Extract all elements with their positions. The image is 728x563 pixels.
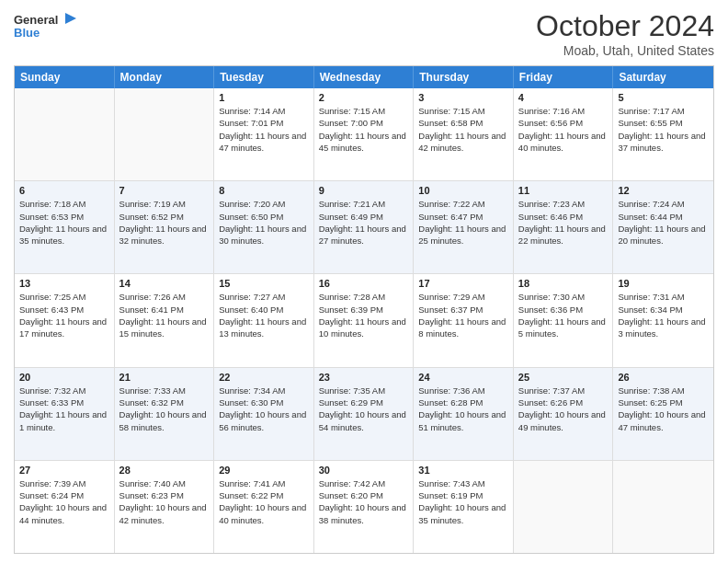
cell-info: Sunrise: 7:37 AM Sunset: 6:26 PM Dayligh… [518, 385, 609, 433]
cal-cell: 11Sunrise: 7:23 AM Sunset: 6:46 PM Dayli… [514, 181, 614, 273]
day-number: 19 [618, 278, 709, 289]
cal-cell: 9Sunrise: 7:21 AM Sunset: 6:49 PM Daylig… [314, 181, 415, 273]
subtitle: Moab, Utah, United States [536, 43, 714, 58]
day-number: 29 [219, 465, 309, 476]
day-number: 5 [618, 92, 709, 103]
day-number: 31 [418, 465, 508, 476]
cal-cell: 21Sunrise: 7:33 AM Sunset: 6:32 PM Dayli… [115, 368, 215, 460]
day-number: 7 [119, 185, 210, 196]
cell-info: Sunrise: 7:31 AM Sunset: 6:34 PM Dayligh… [618, 291, 709, 339]
month-title: October 2024 [536, 9, 714, 43]
day-number: 11 [518, 185, 609, 196]
day-number: 25 [518, 372, 609, 383]
day-number: 28 [119, 465, 210, 476]
cell-info: Sunrise: 7:35 AM Sunset: 6:29 PM Dayligh… [319, 385, 409, 433]
cal-cell: 4Sunrise: 7:16 AM Sunset: 6:56 PM Daylig… [514, 88, 614, 180]
cal-cell: 6Sunrise: 7:18 AM Sunset: 6:53 PM Daylig… [15, 181, 115, 273]
cell-info: Sunrise: 7:21 AM Sunset: 6:49 PM Dayligh… [319, 198, 409, 247]
svg-text:General: General [14, 13, 58, 27]
cell-info: Sunrise: 7:17 AM Sunset: 6:55 PM Dayligh… [618, 105, 709, 154]
cal-cell: 10Sunrise: 7:22 AM Sunset: 6:47 PM Dayli… [414, 181, 514, 273]
cal-header-day: Monday [115, 66, 215, 88]
day-number: 15 [219, 278, 309, 289]
cal-cell: 15Sunrise: 7:27 AM Sunset: 6:40 PM Dayli… [214, 274, 314, 366]
day-number: 6 [19, 185, 109, 196]
cell-info: Sunrise: 7:14 AM Sunset: 7:01 PM Dayligh… [219, 105, 309, 154]
cell-info: Sunrise: 7:27 AM Sunset: 6:40 PM Dayligh… [219, 291, 309, 339]
cal-cell: 24Sunrise: 7:36 AM Sunset: 6:28 PM Dayli… [414, 368, 514, 460]
day-number: 4 [518, 92, 609, 103]
day-number: 10 [418, 185, 508, 196]
cal-cell: 20Sunrise: 7:32 AM Sunset: 6:33 PM Dayli… [15, 368, 115, 460]
day-number: 21 [119, 372, 210, 383]
day-number: 13 [19, 278, 109, 289]
cal-cell: 3Sunrise: 7:15 AM Sunset: 6:58 PM Daylig… [414, 88, 514, 180]
cal-cell: 1Sunrise: 7:14 AM Sunset: 7:01 PM Daylig… [214, 88, 314, 180]
cell-info: Sunrise: 7:15 AM Sunset: 6:58 PM Dayligh… [418, 105, 508, 154]
cal-cell: 7Sunrise: 7:19 AM Sunset: 6:52 PM Daylig… [115, 181, 215, 273]
cal-cell: 13Sunrise: 7:25 AM Sunset: 6:43 PM Dayli… [15, 274, 115, 366]
day-number: 14 [119, 278, 210, 289]
cal-cell: 28Sunrise: 7:40 AM Sunset: 6:23 PM Dayli… [115, 461, 215, 553]
cal-header-day: Saturday [613, 66, 713, 88]
cell-info: Sunrise: 7:19 AM Sunset: 6:52 PM Dayligh… [119, 198, 210, 247]
cal-cell: 12Sunrise: 7:24 AM Sunset: 6:44 PM Dayli… [613, 181, 713, 273]
day-number: 26 [618, 372, 709, 383]
cell-info: Sunrise: 7:29 AM Sunset: 6:37 PM Dayligh… [418, 291, 508, 339]
cal-cell: 22Sunrise: 7:34 AM Sunset: 6:30 PM Dayli… [214, 368, 314, 460]
cal-row: 27Sunrise: 7:39 AM Sunset: 6:24 PM Dayli… [15, 460, 713, 553]
cal-cell [613, 461, 713, 553]
cal-row: 13Sunrise: 7:25 AM Sunset: 6:43 PM Dayli… [15, 273, 713, 366]
day-number: 3 [418, 92, 508, 103]
cal-cell: 19Sunrise: 7:31 AM Sunset: 6:34 PM Dayli… [613, 274, 713, 366]
day-number: 2 [319, 92, 409, 103]
cal-header-day: Sunday [15, 66, 115, 88]
cal-cell: 2Sunrise: 7:15 AM Sunset: 7:00 PM Daylig… [314, 88, 415, 180]
cal-row: 6Sunrise: 7:18 AM Sunset: 6:53 PM Daylig… [15, 180, 713, 273]
cell-info: Sunrise: 7:28 AM Sunset: 6:39 PM Dayligh… [319, 291, 409, 339]
cal-cell [514, 461, 614, 553]
cell-info: Sunrise: 7:32 AM Sunset: 6:33 PM Dayligh… [19, 385, 109, 433]
cell-info: Sunrise: 7:39 AM Sunset: 6:24 PM Dayligh… [19, 477, 109, 526]
cal-cell: 29Sunrise: 7:41 AM Sunset: 6:22 PM Dayli… [214, 461, 314, 553]
cell-info: Sunrise: 7:41 AM Sunset: 6:22 PM Dayligh… [219, 477, 309, 526]
cell-info: Sunrise: 7:34 AM Sunset: 6:30 PM Dayligh… [219, 385, 309, 433]
cal-cell: 27Sunrise: 7:39 AM Sunset: 6:24 PM Dayli… [15, 461, 115, 553]
day-number: 22 [219, 372, 309, 383]
cell-info: Sunrise: 7:16 AM Sunset: 6:56 PM Dayligh… [518, 105, 609, 154]
cal-cell: 8Sunrise: 7:20 AM Sunset: 6:50 PM Daylig… [214, 181, 314, 273]
cell-info: Sunrise: 7:38 AM Sunset: 6:25 PM Dayligh… [618, 385, 709, 433]
svg-marker-2 [65, 13, 76, 24]
day-number: 18 [518, 278, 609, 289]
cal-cell: 25Sunrise: 7:37 AM Sunset: 6:26 PM Dayli… [514, 368, 614, 460]
cal-header-day: Tuesday [214, 66, 314, 88]
cell-info: Sunrise: 7:25 AM Sunset: 6:43 PM Dayligh… [19, 291, 109, 339]
cell-info: Sunrise: 7:18 AM Sunset: 6:53 PM Dayligh… [19, 198, 109, 247]
cal-header-day: Friday [514, 66, 614, 88]
cell-info: Sunrise: 7:22 AM Sunset: 6:47 PM Dayligh… [418, 198, 508, 247]
day-number: 30 [319, 465, 409, 476]
cal-cell: 17Sunrise: 7:29 AM Sunset: 6:37 PM Dayli… [414, 274, 514, 366]
cal-cell: 30Sunrise: 7:42 AM Sunset: 6:20 PM Dayli… [314, 461, 415, 553]
calendar-body: 1Sunrise: 7:14 AM Sunset: 7:01 PM Daylig… [15, 88, 713, 553]
cal-cell: 16Sunrise: 7:28 AM Sunset: 6:39 PM Dayli… [314, 274, 415, 366]
cell-info: Sunrise: 7:15 AM Sunset: 7:00 PM Dayligh… [319, 105, 409, 154]
day-number: 23 [319, 372, 409, 383]
cal-cell: 23Sunrise: 7:35 AM Sunset: 6:29 PM Dayli… [314, 368, 415, 460]
cell-info: Sunrise: 7:26 AM Sunset: 6:41 PM Dayligh… [119, 291, 210, 339]
cal-cell: 18Sunrise: 7:30 AM Sunset: 6:36 PM Dayli… [514, 274, 614, 366]
cell-info: Sunrise: 7:24 AM Sunset: 6:44 PM Dayligh… [618, 198, 709, 247]
cell-info: Sunrise: 7:40 AM Sunset: 6:23 PM Dayligh… [119, 477, 210, 526]
day-number: 1 [219, 92, 309, 103]
svg-text:Blue: Blue [14, 26, 40, 40]
cell-info: Sunrise: 7:36 AM Sunset: 6:28 PM Dayligh… [418, 385, 508, 433]
day-number: 20 [19, 372, 109, 383]
day-number: 8 [219, 185, 309, 196]
cal-cell: 26Sunrise: 7:38 AM Sunset: 6:25 PM Dayli… [613, 368, 713, 460]
page: General Blue October 2024 Moab, Utah, Un… [0, 0, 728, 563]
header: General Blue October 2024 Moab, Utah, Un… [14, 9, 714, 58]
cell-info: Sunrise: 7:42 AM Sunset: 6:20 PM Dayligh… [319, 477, 409, 526]
logo: General Blue [14, 9, 78, 46]
cal-header-day: Wednesday [314, 66, 415, 88]
cal-cell: 14Sunrise: 7:26 AM Sunset: 6:41 PM Dayli… [115, 274, 215, 366]
